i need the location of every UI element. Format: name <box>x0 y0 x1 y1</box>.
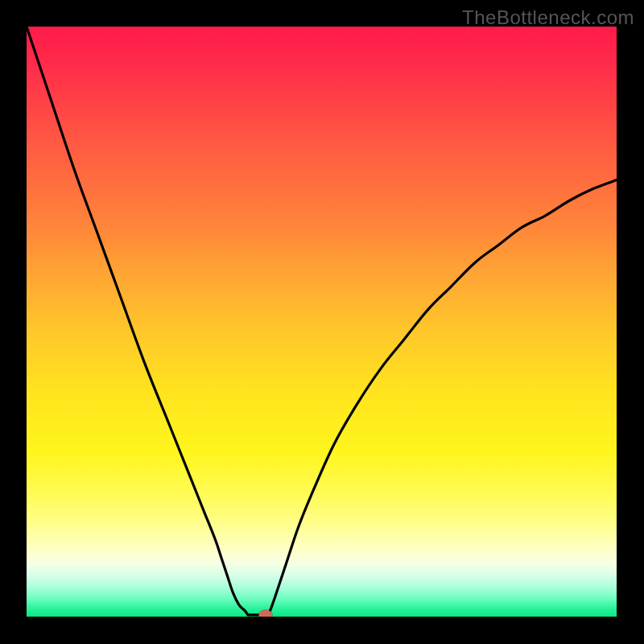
watermark-label: TheBottleneck.com <box>462 6 634 29</box>
curve-path <box>27 27 617 616</box>
bottleneck-curve <box>27 27 617 617</box>
chart-frame: TheBottleneck.com <box>0 0 644 644</box>
optimal-point-marker <box>258 609 272 617</box>
plot-area <box>27 27 617 617</box>
